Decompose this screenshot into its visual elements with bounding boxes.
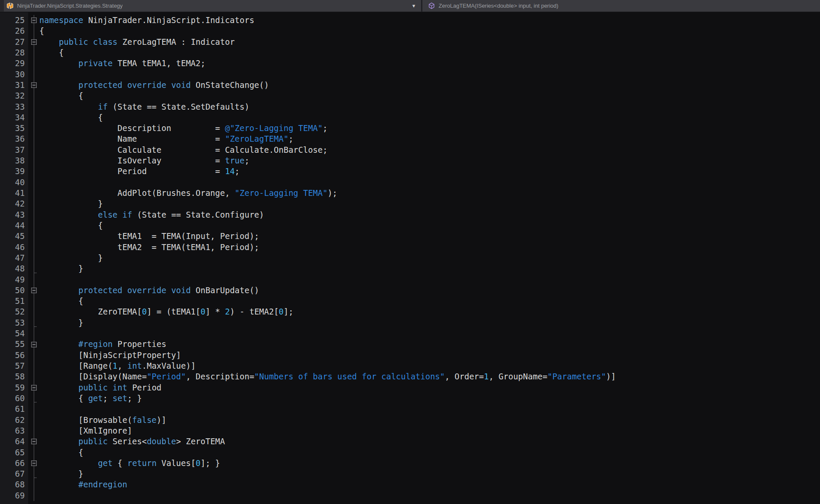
- code-line[interactable]: 36 Name = "ZeroLagTEMA";: [0, 134, 820, 144]
- code-line[interactable]: 53 }: [0, 318, 820, 328]
- code-line[interactable]: 51 {: [0, 296, 820, 306]
- collapse-box-icon[interactable]: [31, 460, 37, 466]
- code-text[interactable]: #endregion: [39, 479, 820, 490]
- code-text[interactable]: Description = @"Zero-Lagging TEMA";: [39, 123, 820, 134]
- collapse-box-icon[interactable]: [31, 39, 37, 45]
- code-line[interactable]: 30: [0, 69, 820, 80]
- code-text[interactable]: }: [39, 318, 820, 328]
- code-line[interactable]: 49: [0, 274, 820, 285]
- code-text[interactable]: Name = "ZeroLagTEMA";: [39, 134, 820, 144]
- code-line[interactable]: 25namespace NinjaTrader.NinjaScript.Indi…: [0, 15, 820, 26]
- code-editor[interactable]: 25namespace NinjaTrader.NinjaScript.Indi…: [0, 12, 820, 504]
- code-text[interactable]: [39, 177, 820, 188]
- code-text[interactable]: }: [39, 469, 820, 479]
- code-line[interactable]: 54: [0, 328, 820, 339]
- code-line[interactable]: 26{: [0, 26, 820, 36]
- code-line[interactable]: 32 {: [0, 90, 820, 101]
- code-line[interactable]: 48 }: [0, 263, 820, 274]
- code-text[interactable]: Calculate = Calculate.OnBarClose;: [39, 145, 820, 155]
- code-text[interactable]: {: [39, 296, 820, 306]
- collapse-box-icon[interactable]: [31, 342, 37, 347]
- code-text[interactable]: [39, 69, 820, 80]
- code-line[interactable]: 52 ZeroTEMA[0] = (tEMA1[0] * 2) - tEMA2[…: [0, 306, 820, 317]
- code-line[interactable]: 69: [0, 490, 820, 501]
- code-text[interactable]: private TEMA tEMA1, tEMA2;: [39, 58, 820, 69]
- code-line[interactable]: 67 }: [0, 469, 820, 479]
- code-text[interactable]: public Series<double> ZeroTEMA: [39, 436, 820, 447]
- code-line[interactable]: 40: [0, 177, 820, 188]
- code-text[interactable]: [Browsable(false)]: [39, 415, 820, 425]
- code-line[interactable]: 60 { get; set; }: [0, 393, 820, 404]
- collapse-box-icon[interactable]: [31, 288, 37, 293]
- code-text[interactable]: }: [39, 253, 820, 263]
- code-text[interactable]: tEMA2 = TEMA(tEMA1, Period);: [39, 242, 820, 253]
- code-text[interactable]: else if (State == State.Configure): [39, 210, 820, 220]
- code-line[interactable]: 57 [Range(1, int.MaxValue)]: [0, 361, 820, 371]
- code-line[interactable]: 27 public class ZeroLagTEMA : Indicator: [0, 37, 820, 47]
- code-text[interactable]: ZeroTEMA[0] = (tEMA1[0] * 2) - tEMA2[0];: [39, 306, 820, 317]
- code-line[interactable]: 47 }: [0, 253, 820, 263]
- code-line[interactable]: 46 tEMA2 = TEMA(tEMA1, Period);: [0, 242, 820, 253]
- collapse-box-icon[interactable]: [31, 439, 37, 444]
- code-text[interactable]: [NinjaScriptProperty]: [39, 350, 820, 361]
- code-line[interactable]: 56 [NinjaScriptProperty]: [0, 350, 820, 361]
- code-line[interactable]: 64 public Series<double> ZeroTEMA: [0, 436, 820, 447]
- code-text[interactable]: {: [39, 220, 820, 231]
- code-text[interactable]: [39, 328, 820, 339]
- code-line[interactable]: 34 {: [0, 112, 820, 123]
- code-line[interactable]: 41 AddPlot(Brushes.Orange, "Zero-Lagging…: [0, 188, 820, 198]
- code-text[interactable]: {: [39, 47, 820, 58]
- code-text[interactable]: { get; set; }: [39, 393, 820, 404]
- code-text[interactable]: [Display(Name="Period", Description="Num…: [39, 371, 820, 382]
- code-line[interactable]: 55 #region Properties: [0, 339, 820, 350]
- code-line[interactable]: 45 tEMA1 = TEMA(Input, Period);: [0, 231, 820, 242]
- code-text[interactable]: [39, 490, 820, 501]
- code-text[interactable]: [39, 274, 820, 285]
- code-line[interactable]: 43 else if (State == State.Configure): [0, 210, 820, 220]
- code-text[interactable]: }: [39, 198, 820, 209]
- code-line[interactable]: 68 #endregion: [0, 479, 820, 490]
- collapse-box-icon[interactable]: [31, 82, 37, 88]
- code-line[interactable]: 66 get { return Values[0]; }: [0, 458, 820, 469]
- code-line[interactable]: 65 {: [0, 447, 820, 458]
- code-line[interactable]: 28 {: [0, 47, 820, 58]
- code-line[interactable]: 62 [Browsable(false)]: [0, 415, 820, 425]
- code-line[interactable]: 63 [XmlIgnore]: [0, 425, 820, 436]
- code-line[interactable]: 38 IsOverlay = true;: [0, 155, 820, 166]
- code-line[interactable]: 37 Calculate = Calculate.OnBarClose;: [0, 145, 820, 155]
- code-text[interactable]: Period = 14;: [39, 166, 820, 177]
- collapse-box-icon[interactable]: [31, 385, 37, 390]
- collapse-box-icon[interactable]: [31, 17, 37, 23]
- code-line[interactable]: 35 Description = @"Zero-Lagging TEMA";: [0, 123, 820, 134]
- code-line[interactable]: 29 private TEMA tEMA1, tEMA2;: [0, 58, 820, 69]
- code-text[interactable]: [39, 404, 820, 414]
- code-text[interactable]: {: [39, 112, 820, 123]
- type-dropdown[interactable]: NinjaTrader.NinjaScript.Strategies.Strat…: [4, 0, 421, 12]
- code-line[interactable]: 42 }: [0, 198, 820, 209]
- code-line[interactable]: 31 protected override void OnStateChange…: [0, 80, 820, 90]
- code-line[interactable]: 33 if (State == State.SetDefaults): [0, 102, 820, 112]
- code-text[interactable]: get { return Values[0]; }: [39, 458, 820, 469]
- code-text[interactable]: IsOverlay = true;: [39, 155, 820, 166]
- code-line[interactable]: 44 {: [0, 220, 820, 231]
- code-line[interactable]: 58 [Display(Name="Period", Description="…: [0, 371, 820, 382]
- code-text[interactable]: public int Period: [39, 382, 820, 393]
- code-text[interactable]: [Range(1, int.MaxValue)]: [39, 361, 820, 371]
- code-line[interactable]: 59 public int Period: [0, 382, 820, 393]
- code-line[interactable]: 50 protected override void OnBarUpdate(): [0, 285, 820, 296]
- code-line[interactable]: 61: [0, 404, 820, 414]
- code-text[interactable]: if (State == State.SetDefaults): [39, 102, 820, 112]
- code-text[interactable]: AddPlot(Brushes.Orange, "Zero-Lagging TE…: [39, 188, 820, 198]
- code-text[interactable]: #region Properties: [39, 339, 820, 350]
- code-text[interactable]: protected override void OnBarUpdate(): [39, 285, 820, 296]
- code-text[interactable]: tEMA1 = TEMA(Input, Period);: [39, 231, 820, 242]
- code-text[interactable]: protected override void OnStateChange(): [39, 80, 820, 90]
- code-text[interactable]: namespace NinjaTrader.NinjaScript.Indica…: [39, 15, 820, 26]
- code-text[interactable]: {: [39, 90, 820, 101]
- code-text[interactable]: {: [39, 447, 820, 458]
- code-text[interactable]: public class ZeroLagTEMA : Indicator: [39, 37, 820, 47]
- code-text[interactable]: [XmlIgnore]: [39, 425, 820, 436]
- code-text[interactable]: {: [39, 26, 820, 36]
- code-line[interactable]: 39 Period = 14;: [0, 166, 820, 177]
- member-dropdown[interactable]: ZeroLagTEMA(ISeries<double> input, int p…: [422, 0, 820, 12]
